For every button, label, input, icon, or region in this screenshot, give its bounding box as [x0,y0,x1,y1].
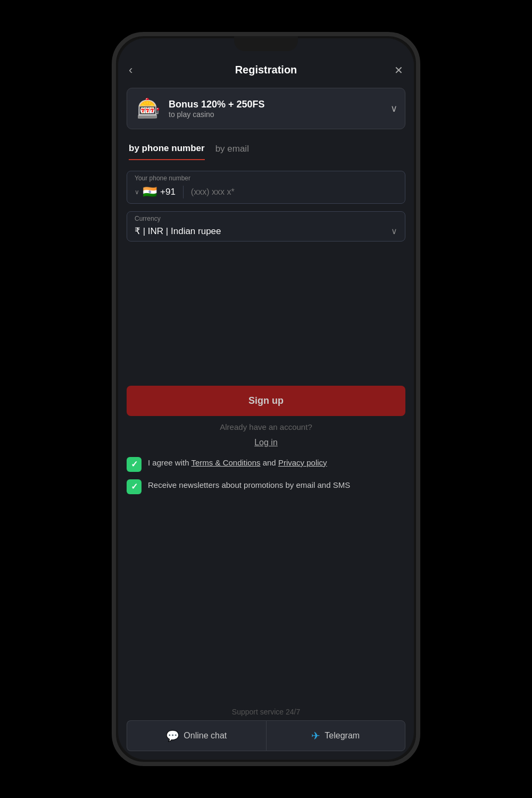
privacy-link[interactable]: Privacy policy [278,458,327,467]
login-link[interactable]: Log in [118,438,414,452]
notch [234,36,298,51]
tab-email[interactable]: by email [215,143,249,160]
phone-input-group: Your phone number ∨ 🇮🇳 +91 [127,171,405,204]
tabs-container: by phone number by email [118,135,414,160]
header: ‹ Registration ✕ [118,57,414,82]
checkboxes-container: ✓ I agree with Terms & Conditions and Pr… [118,452,414,500]
country-chevron-icon: ∨ [135,188,139,196]
telegram-label: Telegram [325,731,360,741]
phone-code: +91 [160,187,176,197]
tab-phone-number[interactable]: by phone number [129,143,205,160]
back-button[interactable]: ‹ [129,63,132,77]
page-title: Registration [235,64,297,76]
bottom-buttons: 💬 Online chat ✈ Telegram [127,720,405,751]
phone-label: Your phone number [135,174,190,182]
country-selector[interactable]: ∨ 🇮🇳 +91 [135,185,176,199]
terms-text: I agree with Terms & Conditions and Priv… [148,457,327,468]
currency-chevron-icon: ∨ [391,226,397,236]
spacer [118,500,414,704]
country-flag: 🇮🇳 [143,185,157,199]
newsletter-text: Receive newsletters about promotions by … [148,479,350,491]
online-chat-button[interactable]: 💬 Online chat [127,720,266,751]
terms-checkbox-row: ✓ I agree with Terms & Conditions and Pr… [127,457,405,472]
phone-frame: ‹ Registration ✕ 🎰 Bonus 120% + 250FS to… [112,32,420,766]
bonus-text: Bonus 120% + 250FS to play casino [169,99,384,119]
telegram-icon: ✈ [311,729,320,742]
bonus-subtitle: to play casino [169,110,384,119]
newsletter-checkbox[interactable]: ✓ [127,479,142,494]
bonus-chevron-icon: ∨ [390,103,397,114]
divider [183,186,184,198]
bonus-icon: 🎰 [135,95,162,122]
currency-label: Currency [135,215,161,222]
signup-button[interactable]: Sign up [127,386,405,416]
currency-value: ₹ | INR | Indian rupee [135,226,221,237]
chat-icon: 💬 [166,729,179,742]
bonus-banner[interactable]: 🎰 Bonus 120% + 250FS to play casino ∨ [127,88,405,129]
currency-input-group[interactable]: Currency ₹ | INR | Indian rupee ∨ [127,211,405,242]
telegram-button[interactable]: ✈ Telegram [266,720,406,751]
phone-row: ∨ 🇮🇳 +91 [135,185,397,199]
screen: ‹ Registration ✕ 🎰 Bonus 120% + 250FS to… [118,38,414,760]
checkmark-icon: ✓ [131,459,138,469]
support-text: Support service 24/7 [118,703,414,720]
online-chat-label: Online chat [184,731,227,741]
terms-checkbox[interactable]: ✓ [127,457,142,472]
currency-row: ₹ | INR | Indian rupee ∨ [135,226,397,237]
phone-number-input[interactable] [191,187,397,197]
bonus-title: Bonus 120% + 250FS [169,99,384,110]
already-account-text: Already have an account? [118,416,414,438]
terms-link[interactable]: Terms & Conditions [191,458,260,467]
newsletter-checkbox-row: ✓ Receive newsletters about promotions b… [127,479,405,494]
form-area: Your phone number ∨ 🇮🇳 +91 Currency ₹ | … [118,160,414,386]
checkmark-icon-2: ✓ [131,481,138,492]
close-button[interactable]: ✕ [394,64,403,77]
